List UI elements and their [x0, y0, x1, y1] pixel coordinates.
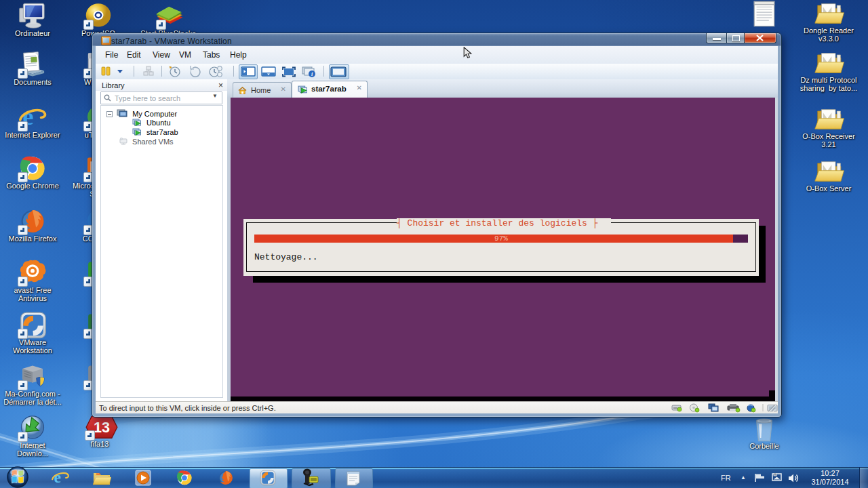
svg-text:e: e	[54, 468, 60, 486]
svg-text:13: 13	[94, 419, 110, 436]
